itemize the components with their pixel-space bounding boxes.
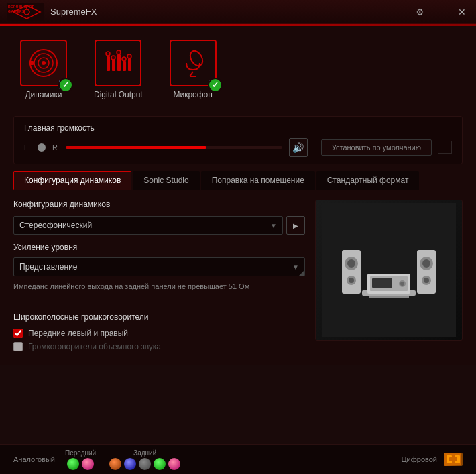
rear-speakers-label: Громкоговорители объемного звука (28, 342, 161, 351)
wideband-section: Широкополосные громкоговорители Передние… (13, 302, 305, 351)
front-speakers-checkbox[interactable] (13, 329, 23, 338)
front-dots (67, 458, 94, 470)
svg-point-39 (422, 259, 430, 268)
svg-point-26 (188, 49, 205, 68)
rear-blue-dot[interactable] (124, 458, 136, 470)
rear-speakers-checkbox[interactable] (13, 342, 23, 351)
default-btn-arrow (438, 141, 452, 154)
rear-gray-dot[interactable] (139, 458, 151, 470)
mic-svg-icon (176, 46, 210, 80)
digital-label: Digital Output (94, 90, 143, 99)
volume-slider[interactable] (66, 141, 282, 154)
digital-section-label: Цифровой (401, 455, 437, 463)
settings-button[interactable]: ⚙ (412, 5, 428, 19)
rear-orange-dot[interactable] (109, 458, 121, 470)
svg-point-46 (400, 282, 404, 286)
speaker-label: Динамики (25, 90, 62, 99)
rog-logo: REPUBLIC OF GAMERS (7, 3, 44, 21)
digital-icon-box (95, 40, 141, 86)
svg-rect-44 (372, 278, 392, 288)
titlebar: REPUBLIC OF GAMERS SupremeFX ⚙ — ✕ (0, 0, 476, 24)
mic-icon-wrap (170, 40, 217, 86)
device-digital[interactable]: Digital Output (94, 40, 143, 99)
front-section: Передний (65, 449, 96, 470)
rear-label: Задний (133, 449, 156, 457)
boost-arrow: ▼ (292, 263, 299, 271)
volume-section: Главная громкость L R 🔊 Установить по ум… (13, 116, 463, 164)
tab-standard-format[interactable]: Стандартный формат (316, 171, 420, 190)
tab-sonic-studio[interactable]: Sonic Studio (133, 171, 199, 190)
digital-svg-icon (101, 46, 135, 80)
volume-thumb[interactable] (38, 143, 46, 152)
impedance-note: Импеданс линейного выхода на задней пане… (13, 282, 305, 292)
svg-rect-31 (369, 296, 409, 298)
svg-rect-32 (342, 250, 361, 294)
volume-row: L R 🔊 Установить по умолчанию (24, 138, 452, 157)
svg-rect-37 (417, 250, 436, 294)
speaker-setup-svg (322, 203, 456, 337)
front-speakers-row: Передние левый и правый (13, 329, 305, 338)
tab-left-panel: Конфигурация динамиков Стереофонический … (13, 200, 305, 355)
rear-green2-dot[interactable] (154, 458, 166, 470)
slider-fill (66, 146, 206, 149)
play-button[interactable]: ▶ (286, 216, 305, 235)
vol-right-label: R (52, 143, 59, 152)
svg-point-36 (349, 278, 354, 283)
speaker-status (59, 80, 70, 89)
rear-speakers-row: Громкоговорители объемного звука (13, 342, 305, 351)
tab-speaker-config[interactable]: Конфигурация динамиков (13, 171, 131, 190)
rear-dots (109, 458, 180, 470)
mic-checkmark (208, 78, 223, 93)
minimize-button[interactable]: — (433, 5, 449, 19)
front-speakers-label: Передние левый и правый (28, 329, 128, 338)
config-dropdown-arrow: ▼ (270, 222, 277, 229)
device-mic[interactable]: Микрофон (170, 40, 217, 99)
config-title: Конфигурация динамиков (13, 200, 305, 209)
config-dropdown-row: Стереофонический ▼ ▶ (13, 216, 305, 235)
boost-value: Представление (19, 262, 78, 272)
vol-left-label: L (24, 143, 31, 152)
window-controls: ⚙ — ✕ (412, 5, 469, 19)
speaker-icon-wrap (20, 40, 67, 86)
digital-output-icon[interactable] (444, 453, 463, 466)
svg-rect-17 (123, 61, 126, 71)
tab-room-correction[interactable]: Поправка на помещение (201, 171, 315, 190)
svg-rect-10 (29, 61, 34, 65)
svg-point-9 (42, 61, 46, 65)
speaker-svg-icon (27, 46, 60, 80)
svg-rect-11 (107, 56, 110, 71)
speaker-diagram-panel (315, 200, 463, 341)
tab-content: Конфигурация динамиков Стереофонический … (13, 200, 463, 355)
front-label: Передний (65, 449, 96, 457)
mic-status (209, 80, 219, 89)
digital-icon-wrap (95, 40, 141, 86)
svg-rect-19 (128, 58, 131, 71)
config-dropdown[interactable]: Стереофонический ▼ (13, 216, 283, 235)
devices-row: Динамики (13, 36, 463, 103)
close-button[interactable]: ✕ (455, 5, 469, 19)
tabs-row: Конфигурация динамиков Sonic Studio Попр… (13, 171, 463, 190)
main-content: Динамики (0, 26, 476, 365)
front-green-dot[interactable] (67, 458, 79, 470)
connected-checkmark (58, 78, 73, 93)
speaker-diagram (316, 200, 462, 340)
config-dropdown-value: Стереофонический (19, 221, 92, 230)
bottom-bar: Аналоговый Передний Задний Цифровой (0, 444, 476, 474)
svg-rect-15 (117, 54, 121, 71)
app-title: SupremeFX (50, 7, 412, 17)
digital-icon-svg (445, 453, 461, 465)
boost-dropdown[interactable]: Представление ▼ (13, 257, 305, 276)
rear-pink2-dot[interactable] (168, 458, 180, 470)
rear-section: Задний (109, 449, 180, 470)
svg-rect-13 (112, 60, 115, 71)
boost-title: Усиление уровня (13, 243, 305, 252)
volume-label: Главная громкость (24, 123, 452, 133)
volume-icon-button[interactable]: 🔊 (289, 138, 308, 157)
front-pink-dot[interactable] (82, 458, 94, 470)
svg-rect-50 (449, 457, 457, 461)
mic-label: Микрофон (173, 90, 212, 99)
slider-track (66, 146, 282, 149)
set-default-button[interactable]: Установить по умолчанию (321, 139, 432, 156)
svg-point-34 (347, 259, 355, 268)
device-speakers[interactable]: Динамики (20, 40, 67, 99)
